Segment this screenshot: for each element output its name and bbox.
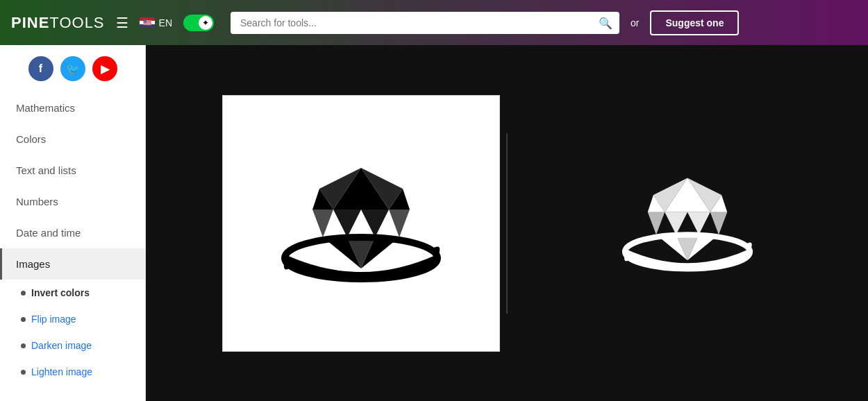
social-icons: f 🐦 ▶ — [0, 45, 145, 92]
svg-marker-23 — [687, 212, 710, 234]
facebook-icon[interactable]: f — [28, 56, 53, 81]
sidebar-item-mathematics[interactable]: Mathematics — [0, 92, 145, 123]
svg-marker-7 — [312, 210, 333, 237]
sidebar-subitem-flip-image[interactable]: Flip image — [0, 306, 145, 332]
search-bar: 🔍 — [231, 12, 619, 34]
language-selector[interactable]: 🇺🇸 EN — [140, 17, 172, 28]
sidebar: f 🐦 ▶ Mathematics Colors Text and lists … — [0, 45, 146, 401]
youtube-icon[interactable]: ▶ — [92, 56, 117, 81]
sidebar-subitem-lighten-image[interactable]: Lighten image — [0, 359, 145, 385]
dot-icon — [21, 370, 26, 375]
logo: PINETOOLS — [11, 14, 105, 32]
divider — [507, 133, 508, 314]
sidebar-item-images[interactable]: Images — [0, 248, 145, 280]
sidebar-item-colors[interactable]: Colors — [0, 123, 145, 155]
toggle-button[interactable]: ✦ — [183, 15, 214, 31]
search-input[interactable] — [231, 12, 619, 34]
svg-marker-10 — [389, 210, 410, 237]
header: PINETOOLS ☰ 🇺🇸 EN ✦ 🔍 or Suggest one — [0, 0, 868, 45]
or-label: or — [631, 17, 639, 28]
image-after — [583, 119, 792, 327]
svg-marker-22 — [665, 212, 687, 234]
flag-icon: 🇺🇸 — [140, 17, 155, 28]
twitter-icon[interactable]: 🐦 — [60, 56, 85, 81]
svg-marker-21 — [648, 212, 665, 234]
toggle-knob: ✦ — [199, 16, 212, 30]
dot-icon — [21, 343, 26, 348]
sidebar-subitem-invert-colors[interactable]: Invert colors — [0, 280, 145, 306]
svg-marker-24 — [710, 212, 728, 234]
menu-icon[interactable]: ☰ — [116, 15, 128, 31]
dot-icon — [21, 291, 26, 296]
diamond-original — [278, 147, 444, 300]
content-area — [146, 45, 868, 401]
main-layout: f 🐦 ▶ Mathematics Colors Text and lists … — [0, 45, 868, 401]
sidebar-item-numbers[interactable]: Numbers — [0, 186, 145, 217]
sidebar-item-date-and-time[interactable]: Date and time — [0, 217, 145, 248]
image-before — [222, 95, 500, 352]
lang-label: EN — [159, 17, 172, 28]
sidebar-item-text-and-lists[interactable]: Text and lists — [0, 155, 145, 186]
diamond-inverted — [618, 161, 757, 286]
svg-marker-9 — [361, 210, 389, 237]
search-button[interactable]: 🔍 — [599, 16, 612, 29]
suggest-button[interactable]: Suggest one — [650, 10, 739, 35]
dot-icon — [21, 317, 26, 322]
sidebar-subitem-darken-image[interactable]: Darken image — [0, 332, 145, 359]
svg-marker-8 — [333, 210, 361, 237]
